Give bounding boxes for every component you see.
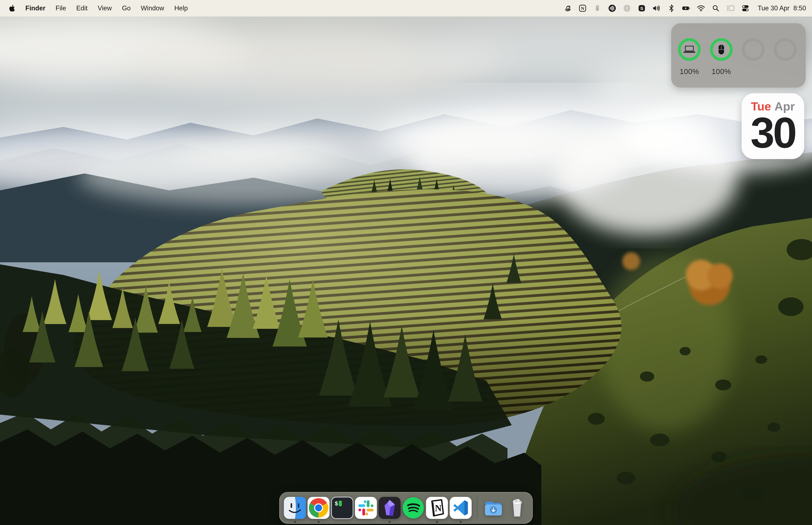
dock-item-slack[interactable] bbox=[355, 496, 378, 519]
menu-item-edit[interactable]: Edit bbox=[76, 4, 88, 12]
menu-item-view[interactable]: View bbox=[98, 4, 112, 12]
notion-icon: N bbox=[426, 496, 448, 519]
menu-bar-clock[interactable]: Tue 30 Apr 8:50 bbox=[758, 4, 806, 12]
dock-item-obsidian[interactable] bbox=[378, 496, 401, 519]
terminal-icon: $ bbox=[331, 496, 354, 519]
volume-icon[interactable] bbox=[652, 3, 661, 13]
dock-item-vscode[interactable] bbox=[449, 496, 472, 519]
svg-text:S: S bbox=[640, 6, 643, 11]
clock-date: Tue 30 Apr bbox=[758, 4, 790, 12]
apple-logo-icon bbox=[9, 4, 16, 13]
calendar-day: 30 bbox=[750, 113, 795, 153]
menu-item-window[interactable]: Window bbox=[141, 4, 164, 12]
battery-ring-macbook: 100% bbox=[678, 38, 701, 76]
dock-divider bbox=[477, 497, 477, 519]
striped-app-icon[interactable] bbox=[564, 3, 572, 13]
laptop-icon bbox=[684, 46, 695, 53]
battery-widget[interactable]: 100% 100% bbox=[671, 23, 806, 88]
dock-item-finder[interactable] bbox=[284, 496, 306, 519]
control-center-icon[interactable] bbox=[741, 3, 750, 13]
downloads-folder-icon bbox=[482, 496, 505, 519]
app-menus: Finder File Edit View Go Window Help bbox=[25, 4, 188, 12]
dock-item-spotify[interactable] bbox=[402, 496, 425, 519]
menu-item-file[interactable]: File bbox=[56, 4, 66, 12]
running-indicator bbox=[436, 521, 438, 523]
dock-item-terminal[interactable]: $ bbox=[331, 496, 354, 519]
apple-menu[interactable] bbox=[9, 4, 16, 13]
stage-manager-icon[interactable] bbox=[726, 3, 735, 13]
svg-text:N: N bbox=[435, 503, 442, 513]
battery-charging-icon[interactable] bbox=[682, 3, 690, 13]
mouse-icon bbox=[719, 45, 724, 54]
running-indicator bbox=[294, 521, 296, 523]
calendar-widget[interactable]: Tue Apr 30 bbox=[741, 93, 804, 159]
clock-time: 8:50 bbox=[793, 4, 806, 12]
battery-ring-empty-2 bbox=[774, 38, 797, 76]
dock-item-notion[interactable]: N bbox=[426, 496, 448, 519]
trash-full-icon bbox=[506, 496, 528, 519]
dock-item-trash[interactable] bbox=[506, 496, 528, 519]
audio-waveform-icon[interactable] bbox=[608, 3, 616, 13]
dock-item-chrome[interactable] bbox=[307, 496, 330, 519]
spotlight-search-icon[interactable] bbox=[711, 3, 720, 13]
running-indicator bbox=[318, 521, 320, 523]
menu-item-finder[interactable]: Finder bbox=[25, 4, 45, 12]
battery-level-mouse: 100% bbox=[711, 67, 731, 76]
notion-menu-icon[interactable]: N bbox=[578, 3, 587, 13]
svg-text:$: $ bbox=[335, 500, 338, 507]
status-area: N bbox=[564, 3, 812, 13]
bluetooth-icon[interactable] bbox=[667, 3, 676, 13]
s-app-icon[interactable]: S bbox=[638, 3, 646, 13]
vscode-icon bbox=[449, 496, 472, 519]
menu-item-go[interactable]: Go bbox=[122, 4, 131, 12]
battery-level-macbook: 100% bbox=[680, 67, 699, 76]
running-indicator bbox=[460, 521, 462, 523]
globe-icon[interactable] bbox=[623, 3, 631, 13]
svg-text:N: N bbox=[581, 6, 584, 11]
dock-item-downloads[interactable] bbox=[482, 496, 505, 519]
finder-icon bbox=[284, 496, 306, 519]
mouse-battery-icon[interactable] bbox=[593, 3, 602, 13]
wifi-icon[interactable] bbox=[697, 3, 705, 13]
menu-bar: Finder File Edit View Go Window Help N bbox=[0, 0, 812, 16]
obsidian-icon bbox=[378, 496, 401, 519]
dock: $ bbox=[279, 492, 533, 524]
chrome-icon bbox=[307, 496, 330, 519]
menu-item-help[interactable]: Help bbox=[174, 4, 188, 12]
battery-ring-empty-1 bbox=[742, 38, 765, 76]
running-indicator bbox=[389, 521, 391, 523]
slack-icon bbox=[355, 496, 378, 519]
battery-ring-mouse: 100% bbox=[710, 38, 733, 76]
spotify-icon bbox=[402, 496, 425, 519]
